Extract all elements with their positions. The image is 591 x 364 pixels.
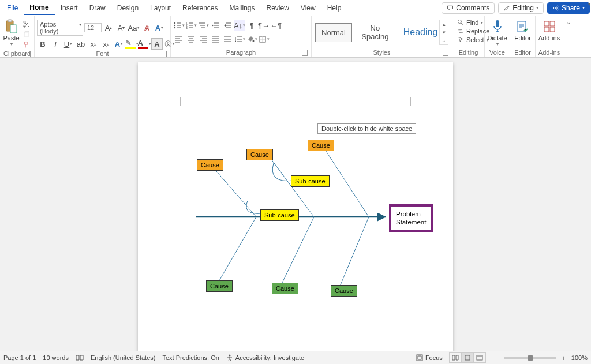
- bullets-button[interactable]: [173, 20, 185, 31]
- align-right-button[interactable]: [197, 33, 209, 45]
- increase-indent-button[interactable]: [222, 20, 233, 31]
- zoom-slider[interactable]: [504, 357, 556, 359]
- editor-button[interactable]: Editor: [513, 17, 533, 42]
- comment-icon: [447, 5, 454, 12]
- font-color-glow-button[interactable]: A: [113, 38, 125, 50]
- zoom-in-button[interactable]: +: [560, 354, 568, 362]
- status-spellcheck[interactable]: [76, 354, 84, 361]
- bold-button[interactable]: B: [37, 38, 48, 50]
- tab-layout[interactable]: Layout: [144, 2, 177, 14]
- change-case-button[interactable]: Aa: [128, 22, 140, 33]
- justify-button[interactable]: [210, 33, 221, 45]
- paste-button[interactable]: Paste▾: [2, 17, 20, 47]
- tab-file[interactable]: File: [1, 2, 24, 14]
- subcause-box[interactable]: Sub-cause: [291, 175, 330, 187]
- styles-gallery-nav[interactable]: ▴▾⌄: [439, 20, 448, 45]
- line-spacing-button[interactable]: [234, 33, 245, 45]
- italic-button[interactable]: I: [50, 38, 61, 50]
- font-launcher[interactable]: [161, 51, 167, 57]
- ltr-button[interactable]: ¶→: [258, 20, 270, 31]
- justify-icon: [211, 35, 219, 43]
- style-normal[interactable]: Normal: [315, 23, 352, 42]
- styles-launcher[interactable]: [443, 50, 448, 56]
- underline-button[interactable]: U: [62, 38, 74, 50]
- sort-button[interactable]: A↓: [234, 20, 245, 31]
- status-page[interactable]: Page 1 of 1: [3, 354, 36, 361]
- highlight-button[interactable]: ✎: [126, 38, 137, 50]
- font-color-button[interactable]: A: [139, 38, 150, 50]
- tab-mailings[interactable]: Mailings: [223, 2, 260, 14]
- fishbone-diagram[interactable]: Cause Cause Cause Sub-cause Sub-cause Ca…: [161, 132, 438, 316]
- align-left-button[interactable]: [173, 33, 185, 45]
- cut-button[interactable]: [21, 20, 32, 29]
- distribute-button[interactable]: [222, 33, 233, 45]
- char-shading-button[interactable]: A: [151, 38, 163, 50]
- collapse-ribbon-button[interactable]: ⌄: [563, 16, 574, 57]
- status-predictions[interactable]: Text Predictions: On: [162, 354, 219, 361]
- pencil-icon: [503, 5, 510, 12]
- clear-format-button[interactable]: A̷: [141, 22, 152, 33]
- cause-box[interactable]: Cause: [206, 280, 233, 292]
- cause-box[interactable]: Cause: [308, 140, 334, 151]
- tab-references[interactable]: References: [177, 2, 223, 14]
- cause-box[interactable]: Cause: [197, 159, 223, 171]
- bullets-icon: [174, 21, 182, 29]
- status-words[interactable]: 10 words: [43, 354, 69, 361]
- addins-button[interactable]: Add-ins: [538, 17, 560, 42]
- rtl-button[interactable]: ←¶: [270, 20, 282, 31]
- subcause-box[interactable]: Sub-cause: [260, 209, 299, 221]
- font-size-select[interactable]: 12▾: [84, 23, 102, 32]
- editing-mode-button[interactable]: Editing▾: [498, 2, 544, 14]
- group-addins: Add-ins Add-ins: [536, 16, 563, 57]
- share-button[interactable]: Share▾: [547, 2, 590, 14]
- tab-insert[interactable]: Insert: [55, 2, 84, 14]
- shrink-font-button[interactable]: A▾: [115, 22, 127, 33]
- cause-box[interactable]: Cause: [331, 285, 357, 297]
- multilevel-button[interactable]: [197, 20, 209, 31]
- style-heading1[interactable]: Heading: [398, 22, 438, 43]
- font-name-select[interactable]: Aptos (Body)▾: [37, 20, 83, 36]
- comments-button[interactable]: Comments: [442, 2, 495, 14]
- tab-view[interactable]: View: [295, 2, 321, 14]
- view-read-button[interactable]: [449, 352, 462, 363]
- style-nospacing[interactable]: No Spacing: [353, 18, 397, 46]
- svg-point-8: [174, 25, 175, 26]
- status-accessibility[interactable]: Accessibility: Investigate: [226, 354, 304, 361]
- show-marks-button[interactable]: ¶: [246, 20, 257, 31]
- tab-review[interactable]: Review: [261, 2, 295, 14]
- view-print-button[interactable]: [461, 352, 474, 363]
- zoom-level[interactable]: 100%: [571, 354, 588, 361]
- text-effects-button[interactable]: A: [154, 22, 165, 33]
- dictate-button[interactable]: Dictate▾: [487, 17, 507, 47]
- format-painter-button[interactable]: [21, 40, 32, 50]
- tab-home[interactable]: Home: [24, 1, 54, 15]
- numbering-button[interactable]: 123: [185, 20, 197, 31]
- decrease-indent-button[interactable]: [210, 20, 221, 31]
- strike-button[interactable]: ab: [75, 38, 87, 50]
- view-web-button[interactable]: [473, 352, 486, 363]
- tab-design[interactable]: Design: [111, 2, 144, 14]
- svg-point-13: [252, 40, 254, 42]
- problem-statement-box[interactable]: Problem Statement: [389, 204, 433, 232]
- paragraph-launcher[interactable]: [302, 50, 308, 56]
- borders-button[interactable]: [258, 33, 270, 45]
- tab-help[interactable]: Help: [321, 2, 347, 14]
- clipboard-launcher[interactable]: [25, 51, 31, 57]
- share-icon: [552, 5, 559, 12]
- superscript-button[interactable]: x2: [100, 38, 112, 50]
- align-center-button[interactable]: [185, 33, 197, 45]
- tab-draw[interactable]: Draw: [84, 2, 111, 14]
- copy-button[interactable]: [21, 30, 32, 39]
- svg-rect-31: [418, 356, 421, 359]
- grow-font-button[interactable]: A▴: [103, 22, 114, 33]
- cause-box[interactable]: Cause: [272, 283, 298, 294]
- document-area[interactable]: Double-click to hide white space: [0, 58, 591, 351]
- page[interactable]: Cause Cause Cause Sub-cause Sub-cause Ca…: [138, 62, 453, 351]
- cause-box[interactable]: Cause: [246, 149, 273, 160]
- bucket-icon: [246, 35, 255, 43]
- status-language[interactable]: English (United States): [91, 354, 156, 361]
- shading-button[interactable]: [246, 33, 257, 45]
- focus-mode-button[interactable]: Focus: [416, 354, 443, 361]
- zoom-out-button[interactable]: −: [493, 354, 501, 362]
- subscript-button[interactable]: x2: [88, 38, 99, 50]
